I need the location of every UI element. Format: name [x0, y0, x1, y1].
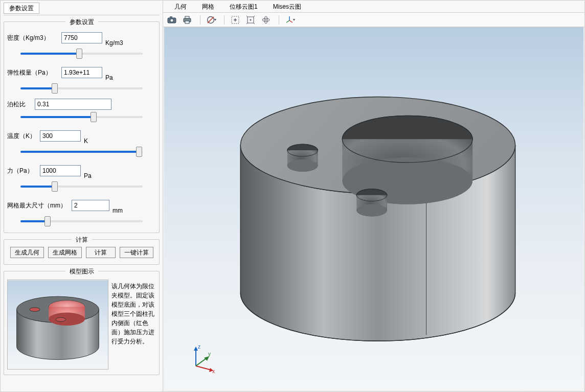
- modulus-slider[interactable]: [6, 82, 157, 95]
- camera-icon[interactable]: [166, 14, 177, 26]
- mesh-row: 网格最大尺寸（mm） mm: [6, 196, 157, 215]
- rotate-icon[interactable]: [260, 14, 272, 26]
- settings-tab[interactable]: 参数设置: [4, 3, 39, 14]
- density-label: 密度（Kg/m3）: [7, 34, 58, 42]
- calculate-button[interactable]: 计算: [86, 247, 116, 258]
- svg-point-19: [265, 19, 266, 20]
- force-input[interactable]: [40, 165, 81, 176]
- poisson-input[interactable]: [35, 99, 111, 110]
- generate-geometry-button[interactable]: 生成几何: [10, 247, 44, 258]
- svg-point-5: [30, 308, 40, 312]
- force-row: 力（Pa） Pa: [6, 161, 157, 180]
- model-render-svg: [164, 27, 583, 390]
- modulus-unit: Pa: [105, 64, 128, 81]
- poisson-slider[interactable]: [6, 111, 157, 123]
- svg-line-22: [286, 20, 289, 22]
- poisson-unit: [115, 100, 137, 110]
- tab-displacement[interactable]: 位移云图1: [228, 2, 260, 12]
- tab-mesh[interactable]: 网格: [200, 2, 216, 12]
- mesh-label: 网格最大尺寸（mm）: [7, 201, 69, 210]
- mesh-slider[interactable]: [6, 215, 157, 227]
- temperature-slider[interactable]: [6, 146, 157, 158]
- app-window: 参数设置 参数设置 密度（Kg/m3） Kg/m3 弹性模量（Pa） Pa: [0, 0, 585, 392]
- temperature-input[interactable]: [40, 130, 81, 142]
- model-thumbnail: [7, 280, 108, 370]
- svg-rect-12: [185, 21, 189, 24]
- density-slider[interactable]: [6, 48, 157, 60]
- force-label: 力（Pa）: [7, 167, 37, 175]
- temperature-row: 温度（K） K: [6, 126, 157, 146]
- generate-mesh-button[interactable]: 生成网格: [48, 247, 82, 258]
- model-preview-group-title: 模型图示: [65, 267, 98, 276]
- tab-geometry[interactable]: 几何: [172, 2, 189, 12]
- svg-point-32: [356, 204, 387, 217]
- viewport-3d[interactable]: z y x: [163, 27, 584, 391]
- modulus-row: 弹性模量（Pa） Pa: [6, 63, 157, 82]
- view-toolbar: ▾ ▾: [163, 13, 584, 27]
- settings-tab-strip: 参数设置: [4, 3, 160, 15]
- force-slider[interactable]: [6, 180, 157, 193]
- mesh-unit: mm: [112, 197, 135, 214]
- svg-point-9: [170, 18, 173, 21]
- svg-rect-8: [170, 16, 172, 18]
- toolbar-separator-3: [279, 15, 279, 25]
- poisson-label: 泊松比: [7, 100, 32, 109]
- triad-y-label: y: [208, 351, 211, 357]
- zoom-extent-icon[interactable]: [245, 14, 256, 26]
- svg-point-4: [49, 312, 85, 325]
- svg-line-36: [196, 366, 211, 370]
- model-description-text: 该几何体为限位夹模型。固定该模型底面，对该模型三个圆柱孔内侧面（红色面）施加压力…: [111, 280, 156, 346]
- compute-group-title: 计算: [72, 236, 92, 244]
- triad-x-label: x: [212, 368, 215, 373]
- orientation-triad: z y x: [187, 342, 217, 373]
- parameters-group-title: 参数设置: [65, 18, 98, 27]
- modulus-input[interactable]: [61, 67, 102, 78]
- svg-point-29: [287, 159, 318, 172]
- triad-z-label: z: [198, 344, 200, 350]
- model-thumbnail-svg: [8, 280, 108, 369]
- compute-button-row: 生成几何 生成网格 计算 一键计算: [6, 246, 157, 259]
- svg-rect-11: [185, 16, 189, 18]
- compute-group: 计算 生成几何 生成网格 计算 一键计算: [4, 239, 160, 265]
- tab-mises[interactable]: Mises云图: [271, 2, 303, 12]
- mesh-input[interactable]: [72, 200, 109, 211]
- toolbar-separator-2: [224, 15, 224, 25]
- view-tab-strip: 几何 网格 位移云图1 Mises云图: [163, 1, 584, 13]
- settings-panel: 参数设置 参数设置 密度（Kg/m3） Kg/m3 弹性模量（Pa） Pa: [1, 1, 163, 391]
- one-click-calculate-button[interactable]: 一键计算: [120, 247, 153, 258]
- print-icon[interactable]: [182, 14, 193, 26]
- svg-marker-35: [194, 347, 198, 351]
- density-input[interactable]: [61, 32, 102, 43]
- toolbar-separator-1: [200, 15, 200, 25]
- temperature-unit: K: [84, 127, 106, 145]
- axes-toggle-icon[interactable]: ▾: [284, 14, 296, 26]
- modulus-label: 弹性模量（Pa）: [7, 68, 58, 77]
- svg-point-6: [56, 317, 66, 321]
- model-preview-group: 模型图示: [4, 271, 160, 375]
- poisson-row: 泊松比: [6, 98, 157, 111]
- density-row: 密度（Kg/m3） Kg/m3: [6, 28, 157, 48]
- parameters-group: 参数设置 密度（Kg/m3） Kg/m3 弹性模量（Pa） Pa 泊松比: [4, 21, 160, 233]
- density-unit: Kg/m3: [105, 29, 128, 47]
- view-panel: 几何 网格 位移云图1 Mises云图 ▾: [163, 1, 584, 391]
- zoom-box-icon[interactable]: [230, 14, 241, 26]
- svg-marker-39: [204, 356, 209, 361]
- temperature-label: 温度（K）: [7, 132, 37, 141]
- force-unit: Pa: [84, 162, 106, 179]
- reset-view-icon[interactable]: ▾: [206, 14, 217, 26]
- model-preview-row: 该几何体为限位夹模型。固定该模型底面，对该模型三个圆柱孔内侧面（红色面）施加压力…: [6, 278, 157, 370]
- svg-line-21: [289, 20, 292, 22]
